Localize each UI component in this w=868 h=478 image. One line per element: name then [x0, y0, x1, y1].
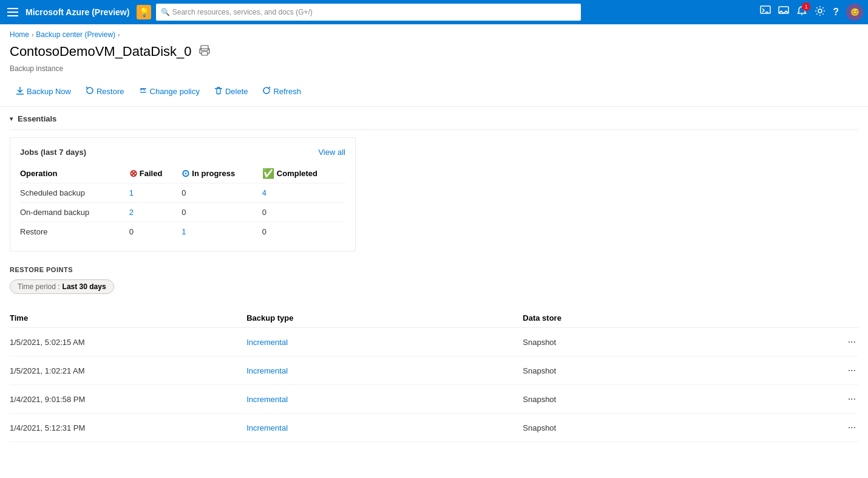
jobs-title: Jobs (last 7 days)	[20, 148, 86, 157]
restore-type-cell: Incremental	[246, 414, 523, 442]
restore-type-link[interactable]: Incremental	[246, 395, 288, 404]
restore-time-cell: 1/5/2021, 5:02:15 AM	[10, 328, 246, 357]
restore-table-row: 1/4/2021, 9:01:58 PMIncrementalSnapshot·…	[10, 385, 858, 414]
restore-label: Restore	[97, 87, 124, 96]
toolbar: Backup Now Restore Change policy Delete …	[0, 79, 868, 107]
jobs-table: Operation ⊗ Failed ⊙ In progress	[20, 164, 345, 241]
restore-store-cell: Snapshot	[523, 328, 799, 357]
essentials-chevron: ▾	[10, 115, 13, 122]
restore-table-row: 1/5/2021, 5:02:15 AMIncrementalSnapshot·…	[10, 328, 858, 357]
refresh-label: Refresh	[273, 87, 301, 96]
backup-now-button[interactable]: Backup Now	[10, 83, 77, 100]
jobs-inprogress-cell: 0	[181, 203, 262, 222]
backup-now-label: Backup Now	[27, 87, 71, 96]
jobs-inprogress-link[interactable]: 1	[181, 227, 186, 236]
jobs-table-row: On-demand backup200	[20, 203, 345, 222]
search-placeholder: Search resources, services, and docs (G+…	[172, 8, 313, 16]
print-icon[interactable]	[199, 45, 210, 58]
col-failed: ⊗ Failed	[129, 164, 182, 183]
jobs-failed-cell: 2	[129, 203, 182, 222]
jobs-completed-link[interactable]: 4	[262, 188, 266, 197]
search-icon: 🔍	[161, 8, 170, 16]
restore-table: Time Backup type Data store 1/5/2021, 5:…	[10, 309, 858, 442]
restore-actions-cell: ···	[799, 357, 858, 385]
restore-col-type: Backup type	[246, 309, 523, 328]
breadcrumb-home[interactable]: Home	[10, 30, 29, 39]
refresh-icon	[262, 86, 271, 97]
jobs-table-row: Scheduled backup104	[20, 183, 345, 203]
restore-type-link[interactable]: Incremental	[246, 366, 288, 375]
restore-row-menu-button[interactable]: ···	[846, 364, 858, 377]
breadcrumb-sep-2: ›	[118, 32, 120, 38]
restore-store-cell: Snapshot	[523, 357, 799, 385]
col-operation: Operation	[20, 164, 129, 183]
jobs-completed-cell: 4	[262, 183, 345, 203]
terminal-icon[interactable]	[760, 5, 771, 19]
jobs-table-row: Restore010	[20, 222, 345, 242]
jobs-failed-cell: 1	[129, 183, 182, 203]
breadcrumb-sep-1: ›	[32, 32, 33, 38]
jobs-header: Jobs (last 7 days) View all	[20, 148, 345, 157]
avatar[interactable]: 😊	[846, 4, 863, 21]
notification-bell[interactable]: 1	[796, 5, 807, 19]
breadcrumb: Home › Backup center (Preview) ›	[0, 24, 868, 41]
restore-actions-cell: ···	[799, 414, 858, 442]
jobs-card: Jobs (last 7 days) View all Operation ⊗ …	[10, 137, 356, 251]
restore-row-menu-button[interactable]: ···	[846, 421, 858, 434]
restore-table-row: 1/5/2021, 1:02:21 AMIncrementalSnapshot·…	[10, 357, 858, 385]
backup-now-icon	[16, 86, 24, 97]
jobs-failed-link[interactable]: 1	[129, 188, 134, 197]
essentials-toggle[interactable]: ▾ Essentials	[10, 107, 858, 130]
delete-button[interactable]: Delete	[208, 83, 254, 100]
completed-icon: ✅	[262, 168, 274, 179]
change-policy-button[interactable]: Change policy	[133, 83, 206, 100]
restore-button[interactable]: Restore	[80, 83, 131, 100]
refresh-button[interactable]: Refresh	[256, 83, 307, 100]
failed-icon: ⊗	[129, 168, 137, 179]
notification-badge: 1	[802, 2, 810, 11]
restore-row-menu-button[interactable]: ···	[846, 392, 858, 406]
restore-store-cell: Snapshot	[523, 414, 799, 442]
delete-icon	[214, 86, 223, 97]
search-bar[interactable]: 🔍 Search resources, services, and docs (…	[156, 4, 581, 21]
hamburger-menu[interactable]	[5, 5, 21, 19]
jobs-operation-cell: On-demand backup	[20, 203, 129, 222]
col-completed: ✅ Completed	[262, 164, 345, 183]
bulb-icon[interactable]: 💡	[137, 5, 151, 19]
time-period-label: Time period :	[18, 282, 60, 291]
jobs-inprogress-cell: 1	[181, 222, 262, 242]
restore-icon	[86, 86, 94, 97]
svg-rect-11	[215, 88, 222, 89]
restore-col-actions	[799, 309, 858, 328]
col-inprogress: ⊙ In progress	[181, 164, 262, 183]
restore-col-store: Data store	[523, 309, 799, 328]
restore-actions-cell: ···	[799, 385, 858, 414]
main-content: ▾ Essentials Jobs (last 7 days) View all…	[0, 107, 868, 442]
svg-point-4	[818, 9, 822, 13]
restore-type-link[interactable]: Incremental	[246, 423, 288, 432]
page-subtitle: Backup instance	[0, 64, 868, 79]
jobs-operation-cell: Scheduled backup	[20, 183, 129, 203]
inprogress-icon: ⊙	[181, 168, 189, 179]
breadcrumb-parent[interactable]: Backup center (Preview)	[36, 30, 115, 39]
time-period-filter[interactable]: Time period : Last 30 days	[10, 279, 114, 294]
feedback-icon[interactable]	[778, 5, 789, 19]
restore-table-row: 1/4/2021, 5:12:31 PMIncrementalSnapshot·…	[10, 414, 858, 442]
page-header: ContosoDemoVM_DataDisk_0	[0, 41, 868, 64]
nav-icons: 1 ? 😊	[760, 4, 863, 21]
restore-type-cell: Incremental	[246, 328, 523, 357]
view-all-link[interactable]: View all	[318, 148, 345, 157]
jobs-failed-link[interactable]: 2	[129, 208, 134, 217]
settings-icon[interactable]	[815, 5, 826, 19]
help-icon[interactable]: ?	[833, 7, 839, 18]
restore-row-menu-button[interactable]: ···	[846, 335, 858, 349]
jobs-inprogress-cell: 0	[181, 183, 262, 203]
restore-actions-cell: ···	[799, 328, 858, 357]
restore-time-cell: 1/4/2021, 9:01:58 PM	[10, 385, 246, 414]
svg-rect-5	[201, 46, 208, 50]
change-policy-label: Change policy	[150, 87, 200, 96]
restore-type-link[interactable]: Incremental	[246, 338, 288, 347]
restore-time-cell: 1/5/2021, 1:02:21 AM	[10, 357, 246, 385]
top-nav: Microsoft Azure (Preview) 💡 🔍 Search res…	[0, 0, 868, 24]
restore-col-time: Time	[10, 309, 246, 328]
